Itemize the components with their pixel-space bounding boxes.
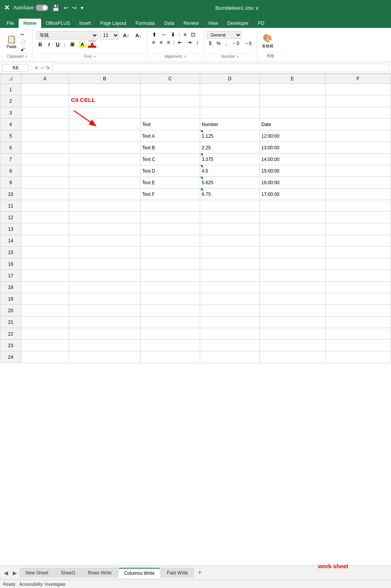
cell-D16[interactable] bbox=[200, 258, 260, 270]
merge-center-button[interactable]: ⊡ bbox=[189, 31, 197, 38]
cell-D15[interactable] bbox=[200, 247, 260, 258]
copy-button[interactable]: 📄 bbox=[19, 39, 27, 45]
sheet-tab-sheet1[interactable]: Sheet1 bbox=[55, 568, 81, 578]
cell-B19[interactable] bbox=[69, 293, 140, 305]
cell-B14[interactable] bbox=[69, 235, 140, 247]
cell-F12[interactable] bbox=[325, 212, 391, 223]
border-button[interactable]: ⊞ bbox=[68, 41, 77, 48]
cell-B1[interactable] bbox=[69, 84, 140, 95]
cell-D9[interactable]: 5.625 bbox=[200, 177, 260, 189]
cell-C20[interactable] bbox=[140, 305, 200, 316]
cell-F4[interactable] bbox=[325, 119, 391, 130]
sheet-tab-fast-write[interactable]: Fast Write bbox=[161, 568, 194, 578]
cell-F24[interactable] bbox=[325, 351, 391, 363]
cell-B8[interactable] bbox=[69, 165, 140, 177]
cell-E4[interactable]: Date bbox=[260, 119, 325, 130]
col-header-B[interactable]: B bbox=[69, 74, 140, 84]
cell-B5[interactable] bbox=[69, 130, 140, 142]
cell-F14[interactable] bbox=[325, 235, 391, 247]
cell-A16[interactable] bbox=[21, 258, 69, 270]
cell-C4[interactable]: Text bbox=[140, 119, 200, 130]
tab-developer[interactable]: Developer bbox=[223, 19, 253, 28]
cell-F20[interactable] bbox=[325, 305, 391, 316]
cell-F1[interactable] bbox=[325, 84, 391, 95]
cell-A1[interactable] bbox=[21, 84, 69, 95]
cell-A13[interactable] bbox=[21, 223, 69, 235]
cell-D5[interactable]: 1.125 bbox=[200, 130, 260, 142]
cell-D20[interactable] bbox=[200, 305, 260, 316]
cell-A22[interactable] bbox=[21, 328, 69, 340]
tab-data[interactable]: Data bbox=[160, 19, 179, 28]
add-sheet-button[interactable]: + bbox=[195, 569, 205, 577]
undo-icon[interactable]: ↩ bbox=[64, 5, 68, 11]
cell-B12[interactable] bbox=[69, 212, 140, 223]
cell-A6[interactable] bbox=[21, 142, 69, 154]
cell-F13[interactable] bbox=[325, 223, 391, 235]
cell-A2[interactable] bbox=[21, 95, 69, 107]
cell-D3[interactable] bbox=[200, 107, 260, 119]
cell-A7[interactable] bbox=[21, 154, 69, 165]
cell-E20[interactable] bbox=[260, 305, 325, 316]
align-bottom-button[interactable]: ⬇ bbox=[169, 31, 177, 38]
align-left-button[interactable]: ≡ bbox=[151, 39, 157, 46]
tab-page-layout[interactable]: Page Layout bbox=[95, 19, 131, 28]
cell-D23[interactable] bbox=[200, 340, 260, 351]
decrease-decimal-button[interactable]: ←0 bbox=[230, 40, 241, 47]
sheet-tab-new-sheet[interactable]: New Sheet bbox=[20, 568, 54, 578]
cell-A11[interactable] bbox=[21, 200, 69, 212]
cell-F2[interactable] bbox=[325, 95, 391, 107]
cell-C8[interactable]: Text D bbox=[140, 165, 200, 177]
cell-E17[interactable] bbox=[260, 270, 325, 282]
cell-B15[interactable] bbox=[69, 247, 140, 258]
increase-decimal-button[interactable]: →0 bbox=[242, 40, 254, 47]
save-icon[interactable]: 💾 bbox=[52, 4, 60, 12]
cell-B18[interactable] bbox=[69, 282, 140, 293]
tab-pd[interactable]: PD bbox=[253, 19, 269, 28]
text-direction-button[interactable]: ↕ bbox=[194, 39, 200, 46]
cell-A9[interactable] bbox=[21, 177, 69, 189]
sheet-nav-prev[interactable]: ◀ bbox=[2, 569, 10, 577]
format-painter-button[interactable]: 🖌 bbox=[19, 47, 27, 52]
cell-C5[interactable]: Text A bbox=[140, 130, 200, 142]
cell-F21[interactable] bbox=[325, 316, 391, 328]
align-center-button[interactable]: ≡ bbox=[158, 39, 164, 46]
comma-button[interactable]: , bbox=[224, 40, 229, 47]
cell-F15[interactable] bbox=[325, 247, 391, 258]
styles-button[interactable]: 🎨 表格模 bbox=[260, 33, 275, 50]
cell-E18[interactable] bbox=[260, 282, 325, 293]
cell-C10[interactable]: Text F bbox=[140, 189, 200, 200]
cell-E15[interactable] bbox=[260, 247, 325, 258]
cell-F23[interactable] bbox=[325, 340, 391, 351]
cell-B9[interactable] bbox=[69, 177, 140, 189]
cell-F18[interactable] bbox=[325, 282, 391, 293]
cell-D4[interactable]: Number bbox=[200, 119, 260, 130]
cell-F11[interactable] bbox=[325, 200, 391, 212]
cell-A8[interactable] bbox=[21, 165, 69, 177]
cell-F5[interactable] bbox=[325, 130, 391, 142]
cell-B2[interactable]: C4 CELL bbox=[69, 95, 140, 107]
italic-button[interactable]: I bbox=[46, 41, 52, 48]
cell-C23[interactable] bbox=[140, 340, 200, 351]
percent-button[interactable]: % bbox=[215, 40, 223, 47]
cell-D10[interactable]: 6.75 bbox=[200, 189, 260, 200]
fill-color-button[interactable]: A bbox=[78, 41, 87, 48]
filename-dropdown-icon[interactable]: ∨ bbox=[255, 5, 259, 11]
cell-D12[interactable] bbox=[200, 212, 260, 223]
sheet-nav-next[interactable]: ▶ bbox=[11, 569, 19, 577]
cell-A3[interactable] bbox=[21, 107, 69, 119]
cell-E23[interactable] bbox=[260, 340, 325, 351]
col-header-E[interactable]: E bbox=[260, 74, 325, 84]
cell-E12[interactable] bbox=[260, 212, 325, 223]
cell-C22[interactable] bbox=[140, 328, 200, 340]
tab-insert[interactable]: Insert bbox=[74, 19, 95, 28]
cell-D7[interactable]: 3.375 bbox=[200, 154, 260, 165]
number-format-select[interactable]: General bbox=[207, 31, 242, 39]
cell-C24[interactable] bbox=[140, 351, 200, 363]
cell-D1[interactable] bbox=[200, 84, 260, 95]
font-name-select[interactable]: 等线 bbox=[36, 31, 98, 40]
cell-C17[interactable] bbox=[140, 270, 200, 282]
paste-button[interactable]: 📋 Paste bbox=[5, 34, 18, 50]
cell-B16[interactable] bbox=[69, 258, 140, 270]
cell-E24[interactable] bbox=[260, 351, 325, 363]
grid-scroll-area[interactable]: A B C D E F 1 bbox=[0, 74, 391, 566]
